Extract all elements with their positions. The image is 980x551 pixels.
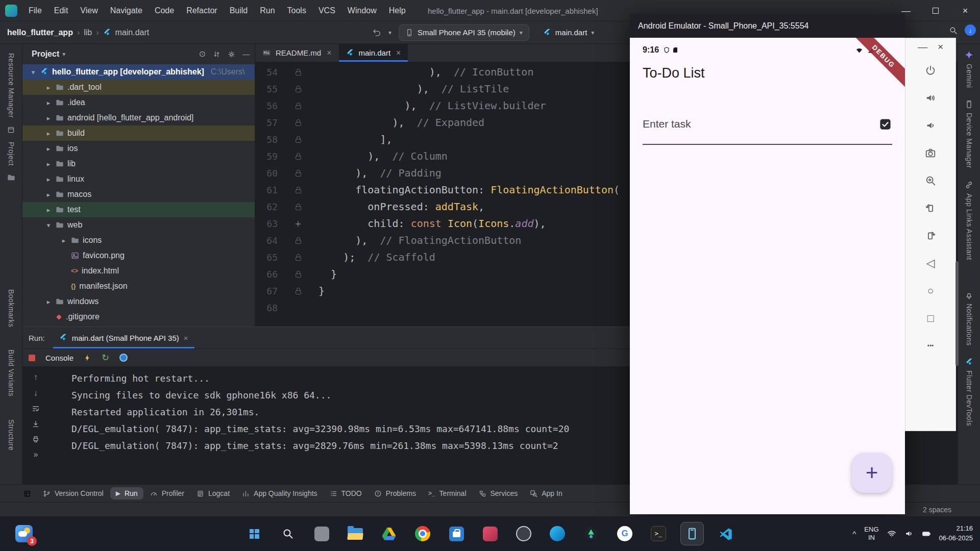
chevron-right-icon[interactable]: ▸: [45, 298, 52, 306]
rotate-right-button[interactable]: [920, 226, 941, 246]
chevron-right-icon[interactable]: ▸: [45, 145, 52, 153]
task-input[interactable]: [643, 118, 847, 130]
fab-add-button[interactable]: +: [852, 453, 892, 493]
drive-icon[interactable]: [378, 522, 400, 545]
gutter-lock-icon[interactable]: [278, 187, 318, 193]
tool-windows-icon[interactable]: [23, 490, 31, 497]
expand-collapse-icon[interactable]: [213, 50, 220, 58]
chevron-right-icon[interactable]: ▸: [60, 237, 67, 244]
tree-item[interactable]: ▸.dart_tool: [22, 80, 255, 95]
gutter-lock-icon[interactable]: [278, 103, 318, 109]
app-circle-icon[interactable]: [512, 522, 535, 545]
tree-item[interactable]: ▾hello_flutter_app [developer_abhishek]C…: [22, 64, 255, 80]
chrome-icon[interactable]: [411, 522, 434, 545]
gutter-lock-icon[interactable]: [278, 288, 318, 294]
tree-item[interactable]: favicon.png: [22, 248, 255, 263]
maximize-button[interactable]: [921, 0, 950, 21]
chevron-right-icon[interactable]: ▸: [45, 176, 52, 183]
gutter-lock-icon[interactable]: [278, 254, 318, 261]
sidebar-item-app-links-assistant[interactable]: App Links Assistant: [965, 181, 973, 260]
breadcrumb-item[interactable]: lib: [84, 28, 92, 37]
overview-button[interactable]: □: [920, 308, 941, 329]
menu-tools[interactable]: Tools: [281, 0, 312, 21]
close-icon[interactable]: ×: [396, 48, 401, 58]
chevron-right-icon[interactable]: ▸: [45, 206, 52, 214]
chevron-down-icon[interactable]: ▾: [30, 68, 37, 76]
tree-item[interactable]: {}manifest.json: [22, 279, 255, 294]
hide-panel-icon[interactable]: —: [242, 50, 250, 58]
chevron-right-icon[interactable]: ▸: [45, 114, 52, 122]
tree-item[interactable]: ▸linux: [22, 171, 255, 187]
tree-item[interactable]: ▸test: [22, 202, 255, 217]
google-icon[interactable]: G: [614, 522, 636, 545]
menu-refactor[interactable]: Refactor: [180, 0, 223, 21]
stop-icon[interactable]: [29, 355, 35, 361]
sidebar-item-bookmarks[interactable]: Bookmarks: [7, 289, 15, 328]
tree-item[interactable]: ▾web: [22, 217, 255, 233]
menu-view[interactable]: View: [74, 0, 104, 21]
chevron-right-icon[interactable]: ▸: [45, 84, 52, 91]
emulator-icon[interactable]: [681, 522, 703, 545]
tree-item[interactable]: ▸.idea: [22, 95, 255, 110]
breadcrumb-item[interactable]: hello_flutter_app: [7, 28, 73, 37]
battery-icon[interactable]: [922, 529, 931, 538]
gutter-lock-icon[interactable]: [278, 69, 318, 76]
update-icon[interactable]: ↓: [965, 24, 976, 36]
tree-item[interactable]: ▸icons: [22, 233, 255, 248]
search-everywhere-icon[interactable]: [949, 26, 958, 35]
menu-navigate[interactable]: Navigate: [104, 0, 149, 21]
close-icon[interactable]: ×: [184, 334, 188, 342]
chevron-down-icon[interactable]: ▾: [45, 221, 52, 229]
scroll-up-icon[interactable]: ↑: [34, 373, 38, 382]
sidebar-item-device-manager[interactable]: Device Manager: [965, 100, 973, 168]
emulator-close-button[interactable]: ×: [938, 41, 943, 53]
tree-item[interactable]: ▸macos: [22, 187, 255, 202]
volume-up-button[interactable]: [920, 88, 941, 108]
start-icon[interactable]: [243, 522, 265, 545]
camera-button[interactable]: [920, 143, 941, 163]
tree-item[interactable]: .gitignore: [22, 309, 255, 324]
clock[interactable]: 21:16 06-06-2025: [939, 524, 973, 543]
gutter-lock-icon[interactable]: [278, 86, 318, 92]
tray-overflow-icon[interactable]: ^: [852, 530, 856, 538]
sidebar-item-flutter-devtools[interactable]: Flutter DevTools: [965, 358, 973, 426]
toolbar-item-profiler[interactable]: Profiler: [144, 487, 190, 499]
menu-edit[interactable]: Edit: [48, 0, 75, 21]
toolbar-item-version-control[interactable]: Version Control: [37, 487, 109, 499]
chevron-right-icon[interactable]: ▸: [45, 99, 52, 107]
toolbar-item-problems[interactable]: Problems: [369, 487, 422, 499]
chevron-right-icon[interactable]: ▸: [45, 160, 52, 168]
gutter-lock-icon[interactable]: [278, 271, 318, 278]
menu-code[interactable]: Code: [149, 0, 180, 21]
tree-item[interactable]: ▸android [hello_flutter_app_android]: [22, 110, 255, 126]
gutter-lock-icon[interactable]: [278, 136, 318, 143]
gutter-lock-icon[interactable]: [278, 153, 318, 160]
toolbar-item-app-in[interactable]: App In: [524, 487, 568, 499]
chevron-right-icon[interactable]: ▸: [45, 191, 52, 198]
gutter-lock-icon[interactable]: [278, 204, 318, 210]
toolbar-item-todo[interactable]: TODO: [324, 487, 368, 499]
menu-file[interactable]: File: [22, 0, 48, 21]
indent-status[interactable]: 2 spaces: [923, 506, 951, 514]
project-panel-title[interactable]: Project: [32, 49, 59, 59]
menu-window[interactable]: Window: [341, 0, 383, 21]
chevron-right-icon[interactable]: ▸: [45, 130, 52, 137]
tree-item[interactable]: ▸lib: [22, 156, 255, 171]
widgets-button[interactable]: 3: [13, 523, 35, 544]
breadcrumb-item[interactable]: main.dart: [115, 28, 150, 37]
volume-icon[interactable]: [904, 529, 914, 538]
scrollbar-thumb[interactable]: [955, 261, 959, 366]
android-studio-icon[interactable]: [580, 522, 602, 545]
menu-build[interactable]: Build: [224, 0, 254, 21]
undo-icon[interactable]: [373, 28, 381, 37]
console-output[interactable]: Performing hot restart...Syncing files t…: [49, 367, 569, 484]
sidebar-item-gemini[interactable]: Gemini: [964, 50, 974, 88]
close-button[interactable]: ×: [950, 0, 980, 21]
dart-devtools-icon[interactable]: [119, 354, 128, 362]
toolbar-item-terminal[interactable]: >_Terminal: [423, 487, 472, 499]
sidebar-item-build-variants[interactable]: Build Variants: [7, 349, 15, 396]
rotate-left-button[interactable]: [920, 198, 941, 218]
more-options-icon[interactable]: »: [34, 450, 38, 459]
menu-help[interactable]: Help: [383, 0, 412, 21]
search-icon[interactable]: [277, 522, 299, 545]
